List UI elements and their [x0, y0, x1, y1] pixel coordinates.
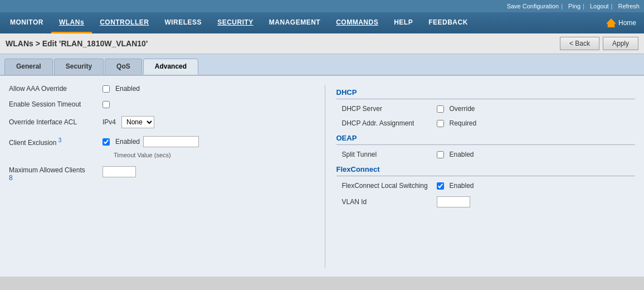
- nav-feedback[interactable]: FEEDBACK: [421, 12, 476, 33]
- session-timeout-label: Enable Session Timeout: [9, 100, 98, 108]
- flexconnect-divider: [336, 176, 636, 176]
- session-timeout-value: [103, 101, 112, 108]
- left-panel: Allow AAA Override Enabled Enable Sessio…: [9, 85, 308, 268]
- dhcp-addr-value: Required: [437, 119, 477, 127]
- client-exclusion-checkbox-label: Enabled: [115, 138, 140, 146]
- breadcrumb-actions: < Back Apply: [560, 37, 638, 50]
- client-exclusion-value: Enabled 60 Timeout Value (secs): [103, 136, 199, 158]
- dhcp-server-value: Override: [437, 105, 475, 113]
- save-config-link[interactable]: Save Configuration: [507, 3, 559, 9]
- tab-general[interactable]: General: [4, 59, 53, 75]
- right-panel: DHCP DHCP Server Override DHCP Addr. Ass…: [325, 85, 636, 268]
- logout-link[interactable]: Logout: [590, 3, 609, 9]
- flexconnect-switching-checkbox-label: Enabled: [450, 182, 474, 190]
- override-acl-select[interactable]: None: [121, 116, 154, 128]
- nav-commands[interactable]: COMMANDS: [328, 12, 386, 33]
- client-exclusion-link[interactable]: 3: [58, 139, 62, 147]
- vlan-id-label: VLAN Id: [342, 198, 431, 206]
- max-clients-input[interactable]: 0: [103, 166, 136, 177]
- tab-qos[interactable]: QoS: [105, 59, 142, 75]
- allow-aaa-value: Enabled: [103, 85, 140, 93]
- dhcp-server-row: DHCP Server Override: [336, 105, 636, 113]
- ipv4-label: IPv4: [103, 118, 116, 126]
- apply-button[interactable]: Apply: [603, 37, 638, 50]
- max-clients-value: 0: [103, 166, 136, 177]
- nav-wlans[interactable]: WLANs: [51, 12, 92, 33]
- dhcp-addr-label: DHCP Addr. Assignment: [342, 119, 431, 127]
- nav-monitor[interactable]: MONITOR: [2, 12, 51, 33]
- tab-advanced[interactable]: Advanced: [143, 59, 198, 75]
- allow-aaa-checkbox-label: Enabled: [115, 85, 140, 93]
- nav-help[interactable]: HELP: [386, 12, 421, 33]
- split-tunnel-checkbox-label: Enabled: [450, 151, 474, 158]
- split-tunnel-label: Split Tunnel: [342, 151, 431, 158]
- vlan-id-value: 10: [437, 196, 470, 207]
- nav-controller[interactable]: CONTROLLER: [92, 12, 157, 33]
- dhcp-addr-checkbox-label: Required: [450, 119, 477, 127]
- client-exclusion-label: Client Exclusion 3: [9, 136, 98, 147]
- nav-security[interactable]: SECURITY: [209, 12, 261, 33]
- main-content: Allow AAA Override Enabled Enable Sessio…: [0, 76, 644, 277]
- nav-management[interactable]: MANAGEMENT: [261, 12, 328, 33]
- oeap-divider: [336, 144, 636, 145]
- allow-aaa-row: Allow AAA Override Enabled: [9, 85, 308, 93]
- dhcp-server-checkbox-label: Override: [450, 105, 475, 113]
- nav-home[interactable]: Home: [601, 12, 642, 33]
- session-timeout-row: Enable Session Timeout: [9, 100, 308, 108]
- split-tunnel-checkbox[interactable]: [437, 151, 444, 158]
- flexconnect-switching-checkbox[interactable]: [437, 182, 444, 190]
- max-clients-label: Maximum Allowed Clients 8: [9, 166, 98, 182]
- vlan-id-input[interactable]: 10: [437, 196, 470, 207]
- max-clients-link[interactable]: 8: [9, 174, 13, 182]
- oeap-section-title: OEAP: [336, 134, 636, 142]
- override-acl-label: Override Interface ACL: [9, 118, 98, 126]
- nav-bar: MONITOR WLANs CONTROLLER WIRELESS SECURI…: [0, 12, 644, 33]
- flexconnect-switching-row: FlexConnect Local Switching Enabled: [336, 182, 636, 190]
- breadcrumb-bar: WLANs > Edit 'RLAN_1810W_VLAN10' < Back …: [0, 33, 644, 54]
- tab-bar: General Security QoS Advanced: [0, 54, 644, 76]
- allow-aaa-label: Allow AAA Override: [9, 85, 98, 93]
- home-label: Home: [618, 19, 636, 27]
- override-acl-value: IPv4 None: [103, 116, 154, 128]
- max-clients-row: Maximum Allowed Clients 8 0: [9, 166, 308, 182]
- client-exclusion-timeout-input[interactable]: 60: [143, 136, 199, 147]
- ping-link[interactable]: Ping: [568, 3, 580, 9]
- top-bar: Save Configuration | Ping | Logout | Ref…: [0, 0, 644, 12]
- flexconnect-switching-value: Enabled: [437, 182, 474, 190]
- flexconnect-section-title: FlexConnect: [336, 165, 636, 173]
- client-exclusion-checkbox[interactable]: [103, 138, 110, 146]
- vlan-id-row: VLAN Id 10: [336, 196, 636, 207]
- dhcp-server-checkbox[interactable]: [437, 105, 444, 113]
- breadcrumb: WLANs > Edit 'RLAN_1810W_VLAN10': [6, 39, 148, 48]
- allow-aaa-checkbox[interactable]: [103, 85, 110, 93]
- nav-wireless[interactable]: WIRELESS: [157, 12, 209, 33]
- timeout-note: Timeout Value (secs): [114, 152, 171, 158]
- back-button[interactable]: < Back: [560, 37, 599, 50]
- dhcp-addr-row: DHCP Addr. Assignment Required: [336, 119, 636, 127]
- flexconnect-switching-label: FlexConnect Local Switching: [342, 182, 431, 190]
- split-tunnel-value: Enabled: [437, 151, 474, 158]
- session-timeout-checkbox[interactable]: [103, 101, 110, 108]
- tab-security[interactable]: Security: [54, 59, 104, 75]
- override-acl-row: Override Interface ACL IPv4 None: [9, 116, 308, 128]
- home-icon: [606, 18, 616, 27]
- dhcp-section-title: DHCP: [336, 88, 636, 96]
- refresh-link[interactable]: Refresh: [618, 3, 640, 9]
- dhcp-addr-checkbox[interactable]: [437, 120, 444, 127]
- client-exclusion-row: Client Exclusion 3 Enabled 60 Timeout Va…: [9, 136, 308, 158]
- dhcp-divider: [336, 99, 636, 99]
- dhcp-server-label: DHCP Server: [342, 105, 431, 113]
- split-tunnel-row: Split Tunnel Enabled: [336, 151, 636, 158]
